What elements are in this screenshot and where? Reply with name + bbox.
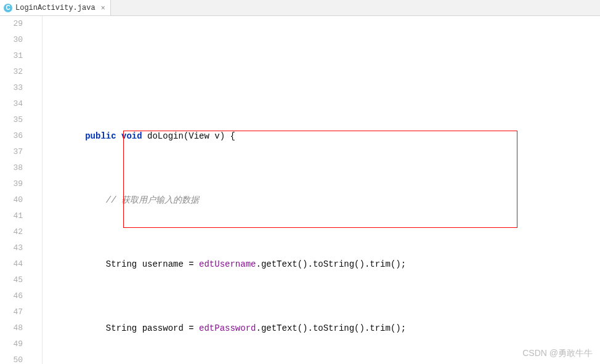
line-number: 44 [0,256,23,272]
code-line: public void doLogin(View v) { [44,128,600,144]
code-line: String username = edtUsername.getText().… [44,256,600,272]
line-number: 39 [0,176,23,192]
line-number: 33 [0,80,23,96]
line-number: 45 [0,272,23,288]
line-number: 42 [0,224,23,240]
line-number: 50 [0,352,23,364]
line-number: 34 [0,96,23,112]
line-number: 43 [0,240,23,256]
line-gutter[interactable]: 2930313233343536373839404142434445464748… [0,16,34,364]
line-number: 38 [0,160,23,176]
editor-tab[interactable]: C LoginActivity.java × [0,0,111,15]
close-icon[interactable]: × [101,4,105,12]
line-number: 48 [0,320,23,336]
highlight-box [123,131,517,228]
tab-filename: LoginActivity.java [15,4,95,12]
line-number: 32 [0,64,23,80]
editor-area: 2930313233343536373839404142434445464748… [0,16,600,364]
line-number: 40 [0,192,23,208]
code-line [44,64,600,80]
line-number: 47 [0,304,23,320]
line-number: 31 [0,48,23,64]
file-type-icon: C [4,4,12,12]
code-content[interactable]: public void doLogin(View v) { // 获取用户输入的… [34,16,600,364]
code-line: String password = edtPassword.getText().… [44,320,600,336]
line-number: 37 [0,144,23,160]
line-number: 35 [0,112,23,128]
line-number: 36 [0,128,23,144]
line-number: 49 [0,336,23,352]
line-number: 46 [0,288,23,304]
line-number: 30 [0,32,23,48]
code-line: // 获取用户输入的数据 [44,192,600,208]
line-number: 29 [0,16,23,32]
tab-bar: C LoginActivity.java × [0,0,600,16]
line-number: 41 [0,208,23,224]
